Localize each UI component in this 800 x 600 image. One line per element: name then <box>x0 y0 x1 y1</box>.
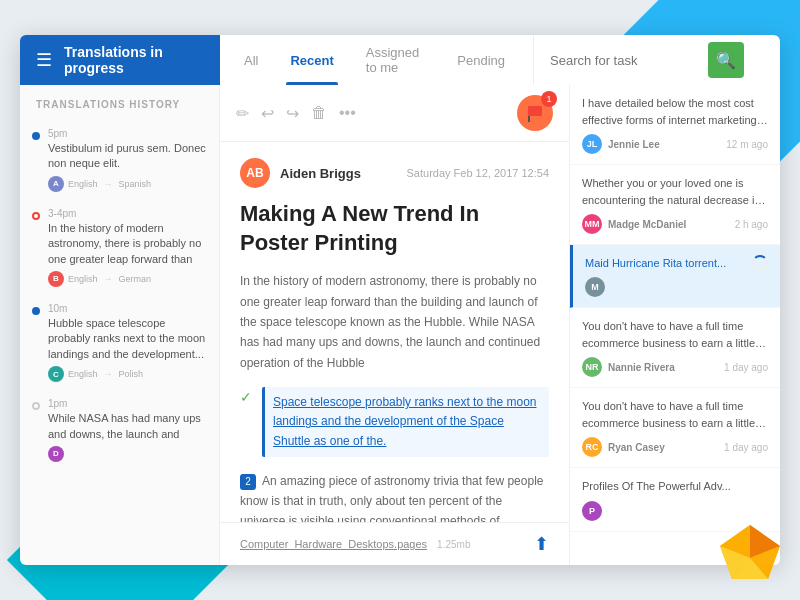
avatar: A <box>48 176 64 192</box>
redo-icon[interactable]: ↪ <box>286 104 299 123</box>
article-title: Making A New Trend In Poster Printing <box>240 200 549 257</box>
lang-arrow: → <box>104 179 113 189</box>
svg-rect-6 <box>528 106 542 116</box>
sidebar-dot <box>32 402 40 410</box>
tab-all[interactable]: All <box>240 35 262 85</box>
tab-pending[interactable]: Pending <box>453 35 509 85</box>
sidebar-text: Vestibulum id purus sem. Donec non neque… <box>48 141 207 172</box>
undo-icon[interactable]: ↩ <box>261 104 274 123</box>
article-body: AB Aiden Briggs Saturday Feb 12, 2017 12… <box>220 142 569 522</box>
sidebar-item-content: 10m Hubble space telescope probably rank… <box>48 303 207 382</box>
lang-to: Polish <box>119 369 144 379</box>
right-item-meta: RC Ryan Casey 1 day ago <box>582 437 768 457</box>
sidebar-text: In the history of modern astronomy, ther… <box>48 221 207 267</box>
hamburger-icon[interactable]: ☰ <box>36 49 52 71</box>
lang-from: English <box>68 369 98 379</box>
sidebar-text: Hubble space telescope probably ranks ne… <box>48 316 207 362</box>
flag-badge: 1 <box>517 95 553 131</box>
avatar: MM <box>582 214 602 234</box>
right-item-text: You don't have to have a full time ecomm… <box>582 318 768 351</box>
file-name[interactable]: Computer_Hardware_Desktops.pages <box>240 538 427 550</box>
loading-spinner <box>752 255 768 271</box>
sidebar-time: 1pm <box>48 398 207 409</box>
search-input[interactable] <box>550 53 700 68</box>
main-content: ✏ ↩ ↪ 🗑 ••• 1 AB Aiden Briggs Saturday F <box>220 85 570 565</box>
right-time: 1 day ago <box>724 442 768 453</box>
avatar: P <box>582 501 602 521</box>
inline-badge: 2 <box>240 474 256 490</box>
tab-assigned[interactable]: Assigned to me <box>362 35 429 85</box>
right-item-text: Whether you or your loved one is encount… <box>582 175 768 208</box>
author-name: Aiden Briggs <box>280 166 361 181</box>
sidebar-item-content: 5pm Vestibulum id purus sem. Donec non n… <box>48 128 207 192</box>
active-item-row: Maid Hurricane Rita torrent... <box>585 255 768 271</box>
sidebar: TRANSLATIONS HISTORY 5pm Vestibulum id p… <box>20 85 220 565</box>
right-item-meta: P <box>582 501 768 521</box>
right-panel: I have detailed below the most cost effe… <box>570 85 780 565</box>
highlight-block: ✓ Space telescope probably ranks next to… <box>240 387 549 457</box>
list-item[interactable]: You don't have to have a full time ecomm… <box>570 308 780 388</box>
main-toolbar: ✏ ↩ ↪ 🗑 ••• 1 <box>220 85 569 142</box>
edit-icon[interactable]: ✏ <box>236 104 249 123</box>
list-item[interactable]: 1pm While NASA has had many ups and down… <box>20 390 219 470</box>
right-item-text: Maid Hurricane Rita torrent... <box>585 257 746 269</box>
sidebar-dot <box>32 307 40 315</box>
right-author: Ryan Casey <box>608 442 718 453</box>
avatar: M <box>585 277 605 297</box>
header: ☰ Translations in progress All Recent As… <box>20 35 780 85</box>
list-item[interactable]: You don't have to have a full time ecomm… <box>570 388 780 468</box>
check-icon: ✓ <box>240 389 252 405</box>
right-item-meta: M <box>585 277 768 297</box>
tab-recent[interactable]: Recent <box>286 35 337 85</box>
right-time: 2 h ago <box>735 219 768 230</box>
list-item[interactable]: Whether you or your loved one is encount… <box>570 165 780 245</box>
lang-from: English <box>68 274 98 284</box>
lang-to: German <box>119 274 152 284</box>
delete-icon[interactable]: 🗑 <box>311 104 327 122</box>
right-item-text: You don't have to have a full time ecomm… <box>582 398 768 431</box>
upload-icon[interactable]: ⬆ <box>534 533 549 555</box>
sidebar-item-content: 1pm While NASA has had many ups and down… <box>48 398 207 462</box>
header-search: 🔍 <box>533 35 760 85</box>
right-author: Nannie Rivera <box>608 362 718 373</box>
svg-rect-7 <box>528 116 530 122</box>
article-meta: AB Aiden Briggs Saturday Feb 12, 2017 12… <box>240 158 549 188</box>
right-item-meta: MM Madge McDaniel 2 h ago <box>582 214 768 234</box>
sketch-logo <box>720 525 780 580</box>
right-author: Madge McDaniel <box>608 219 729 230</box>
list-item[interactable]: Profiles Of The Powerful Adv... P <box>570 468 780 532</box>
list-item[interactable]: 5pm Vestibulum id purus sem. Donec non n… <box>20 120 219 200</box>
right-time: 12 m ago <box>726 139 768 150</box>
article-footer: Computer_Hardware_Desktops.pages 1.25mb … <box>220 522 569 565</box>
more-icon[interactable]: ••• <box>339 104 356 122</box>
brand-title: Translations in progress <box>64 44 204 76</box>
right-author: Jennie Lee <box>608 139 720 150</box>
sidebar-items: 5pm Vestibulum id purus sem. Donec non n… <box>20 120 219 565</box>
lang-to: Spanish <box>119 179 152 189</box>
avatar: D <box>48 446 64 462</box>
app-container: ☰ Translations in progress All Recent As… <box>20 35 780 565</box>
list-item[interactable]: I have detailed below the most cost effe… <box>570 85 780 165</box>
sidebar-title: TRANSLATIONS HISTORY <box>20 85 219 120</box>
avatar: JL <box>582 134 602 154</box>
file-size: 1.25mb <box>437 539 470 550</box>
sidebar-time: 3-4pm <box>48 208 207 219</box>
search-button[interactable]: 🔍 <box>708 42 744 78</box>
lang-arrow: → <box>104 369 113 379</box>
avatar: C <box>48 366 64 382</box>
list-item[interactable]: 10m Hubble space telescope probably rank… <box>20 295 219 390</box>
sidebar-dot <box>32 212 40 220</box>
right-time: 1 day ago <box>724 362 768 373</box>
sidebar-dot <box>32 132 40 140</box>
list-item[interactable]: 3-4pm In the history of modern astronomy… <box>20 200 219 295</box>
header-tabs: All Recent Assigned to me Pending 🔍 <box>220 35 780 85</box>
avatar: RC <box>582 437 602 457</box>
sidebar-time: 10m <box>48 303 207 314</box>
list-item[interactable]: Maid Hurricane Rita torrent... M <box>570 245 780 308</box>
article-paragraph-2: 2An amazing piece of astronomy trivia th… <box>240 471 549 522</box>
author-avatar: AB <box>240 158 270 188</box>
highlight-text: Space telescope probably ranks next to t… <box>262 387 549 457</box>
sidebar-text: While NASA has had many ups and downs, t… <box>48 411 207 442</box>
sidebar-item-content: 3-4pm In the history of modern astronomy… <box>48 208 207 287</box>
sidebar-avatar-row: A English → Spanish <box>48 176 207 192</box>
